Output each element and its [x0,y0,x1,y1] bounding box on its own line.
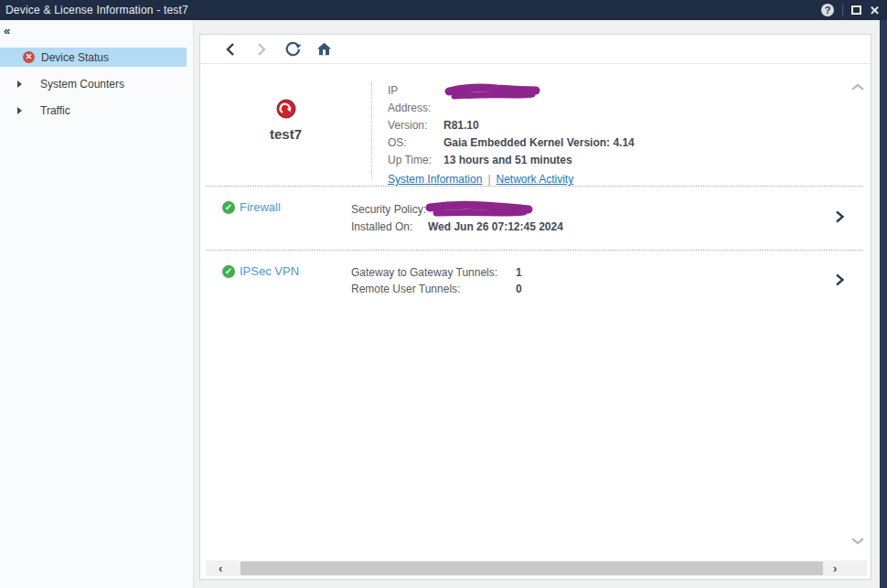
window-title: Device & License Information - test7 [5,4,821,16]
detail-value: 1 [516,264,522,281]
detail-label: Gateway to Gateway Tunnels: [351,264,516,281]
expand-arrow-icon[interactable] [17,107,22,114]
refresh-button[interactable] [277,37,308,61]
detail-label: Installed On: [351,219,428,235]
field-label: OS: [388,134,444,152]
sidebar: « ✕ Device Status System Counters Traffi… [0,20,194,588]
titlebar: Device & License Information - test7 ? ✕ [0,0,887,20]
back-icon [228,44,233,55]
home-button[interactable] [308,37,339,61]
sidebar-item-system-counters[interactable]: System Counters [0,74,187,93]
field-label: Up Time: [388,152,444,169]
help-icon[interactable]: ? [821,4,834,16]
redaction-scribble [423,200,535,219]
right-window-edge [880,20,887,588]
scroll-up-icon[interactable] [850,79,865,95]
error-status-icon: ✕ [23,51,35,63]
sidebar-item-traffic[interactable]: Traffic [0,101,187,120]
forward-button[interactable] [246,37,277,61]
detail-label: Remote User Tunnels: [351,281,516,297]
collapse-sidebar-icon[interactable]: « [4,25,8,37]
home-icon [316,41,332,57]
firewall-section[interactable]: ✓ Firewall Security Policy: Installed On… [200,187,871,250]
navigation-toolbar [200,35,871,64]
ipsec-vpn-section[interactable]: ✓ IPSec VPN Gateway to Gateway Tunnels: … [200,251,871,312]
expand-arrow-icon[interactable] [17,80,22,88]
firewall-details-chevron-icon[interactable] [835,209,845,227]
field-value: Gaia Embedded Kernel Version: 4.14 [444,134,635,152]
link-separator: | [487,173,490,186]
detail-value: Wed Jun 26 07:12:45 2024 [428,219,563,235]
field-label: Version: [388,117,444,134]
titlebar-separator [842,4,843,16]
ipsec-vpn-title[interactable]: IPSec VPN [240,264,299,278]
redaction-scribble [444,83,542,101]
scroll-right-icon[interactable]: › [833,561,837,575]
horizontal-scrollbar-thumb[interactable] [240,561,823,575]
forward-icon [259,44,264,55]
firewall-title[interactable]: Firewall [240,200,281,214]
field-value: 13 hours and 51 minutes [444,152,572,169]
field-value: R81.10 [444,117,479,134]
scroll-down-icon[interactable] [850,532,865,549]
back-button[interactable] [215,37,246,61]
device-summary: test7 IP Address: Version: R81.10 OS: [200,64,871,186]
network-activity-link[interactable]: Network Activity [497,173,574,186]
ipsec-details-chevron-icon[interactable] [835,273,845,290]
sidebar-item-device-status[interactable]: ✕ Device Status [0,48,187,67]
scroll-left-icon[interactable]: ‹ [219,561,222,575]
ok-status-icon: ✓ [222,265,235,278]
maximize-icon[interactable] [851,5,861,15]
main-panel: test7 IP Address: Version: R81.10 OS: [199,34,871,580]
sidebar-item-label: Device Status [41,51,109,64]
field-label: IP Address: [388,82,444,117]
ok-status-icon: ✓ [222,201,235,214]
detail-label: Security Policy: [351,201,428,218]
sidebar-item-label: Traffic [40,104,70,117]
checkpoint-appliance-logo [276,99,296,119]
sidebar-item-label: System Counters [40,78,124,91]
horizontal-scrollbar[interactable]: ‹ › [206,561,867,576]
system-information-link[interactable]: System Information [388,173,482,186]
detail-value: 0 [516,281,522,297]
device-name: test7 [270,126,302,142]
close-icon[interactable]: ✕ [870,5,880,16]
refresh-icon [284,40,302,58]
